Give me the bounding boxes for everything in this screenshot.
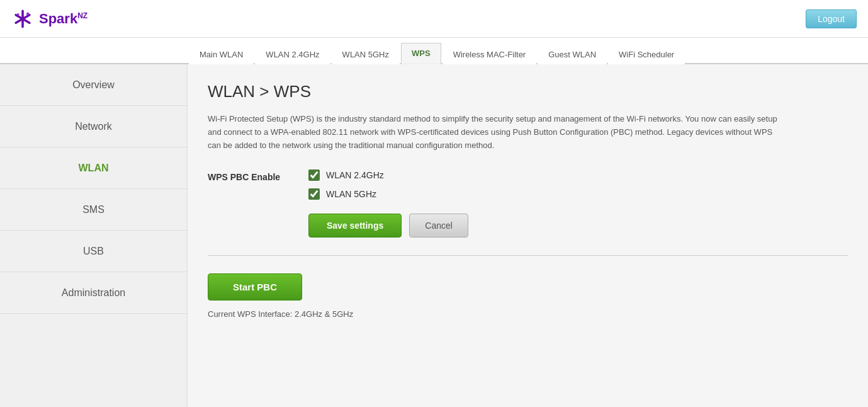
page-title: WLAN > WPS xyxy=(208,82,848,101)
checkbox-wlan-2-4ghz[interactable] xyxy=(308,169,320,181)
sidebar-item-usb[interactable]: USB xyxy=(0,231,187,272)
svg-point-4 xyxy=(26,12,30,15)
start-pbc-section: Start PBC Current WPS Interface: 2.4GHz … xyxy=(208,273,848,319)
checkbox-row-2-4ghz: WLAN 2.4GHz xyxy=(308,169,384,181)
tab-guest-wlan[interactable]: Guest WLAN xyxy=(538,44,607,64)
tab-wireless-mac-filter[interactable]: Wireless MAC-Filter xyxy=(442,44,537,64)
checkbox-row-5ghz: WLAN 5GHz xyxy=(308,188,384,200)
sidebar-item-overview[interactable]: Overview xyxy=(0,64,187,106)
tab-wlan-2-4ghz[interactable]: WLAN 2.4GHz xyxy=(255,44,330,64)
section-divider xyxy=(208,255,848,256)
action-buttons: Save settings Cancel xyxy=(308,214,848,238)
sidebar-item-sms[interactable]: SMS xyxy=(0,189,187,231)
cancel-button[interactable]: Cancel xyxy=(409,214,468,238)
sidebar-item-wlan[interactable]: WLAN xyxy=(0,147,187,189)
layout: Overview Network WLAN SMS USB Administra… xyxy=(0,64,868,407)
tab-wlan-5ghz[interactable]: WLAN 5GHz xyxy=(332,44,400,64)
main-content: WLAN > WPS Wi-Fi Protected Setup (WPS) i… xyxy=(188,64,868,407)
start-pbc-button[interactable]: Start PBC xyxy=(208,273,302,301)
tab-main-wlan[interactable]: Main WLAN xyxy=(189,44,254,64)
spark-logo-icon xyxy=(11,8,34,30)
brand-name: SparkNZ xyxy=(39,11,87,27)
header: SparkNZ Logout xyxy=(0,0,868,38)
tab-navigation: Main WLAN WLAN 2.4GHz WLAN 5GHz WPS Wire… xyxy=(0,38,868,64)
checkbox-wlan-5ghz[interactable] xyxy=(308,188,320,200)
wps-pbc-controls: WLAN 2.4GHz WLAN 5GHz xyxy=(308,169,384,200)
svg-point-3 xyxy=(17,13,20,16)
wps-pbc-row: WPS PBC Enable WLAN 2.4GHz WLAN 5GHz xyxy=(208,169,848,200)
sidebar: Overview Network WLAN SMS USB Administra… xyxy=(0,64,188,407)
sidebar-item-network[interactable]: Network xyxy=(0,106,187,147)
logout-button[interactable]: Logout xyxy=(806,9,857,28)
sidebar-item-administration[interactable]: Administration xyxy=(0,272,187,314)
tab-wps[interactable]: WPS xyxy=(401,43,441,64)
description-text: Wi-Fi Protected Setup (WPS) is the indus… xyxy=(208,113,787,152)
wps-pbc-label: WPS PBC Enable xyxy=(208,169,308,182)
logo-area: SparkNZ xyxy=(11,8,87,30)
checkbox-label-5ghz: WLAN 5GHz xyxy=(326,189,376,199)
checkbox-label-2-4ghz: WLAN 2.4GHz xyxy=(326,170,384,180)
save-settings-button[interactable]: Save settings xyxy=(308,214,402,238)
tab-wifi-scheduler[interactable]: WiFi Scheduler xyxy=(608,44,685,64)
wps-interface-text: Current WPS Interface: 2.4GHz & 5GHz xyxy=(208,309,848,319)
